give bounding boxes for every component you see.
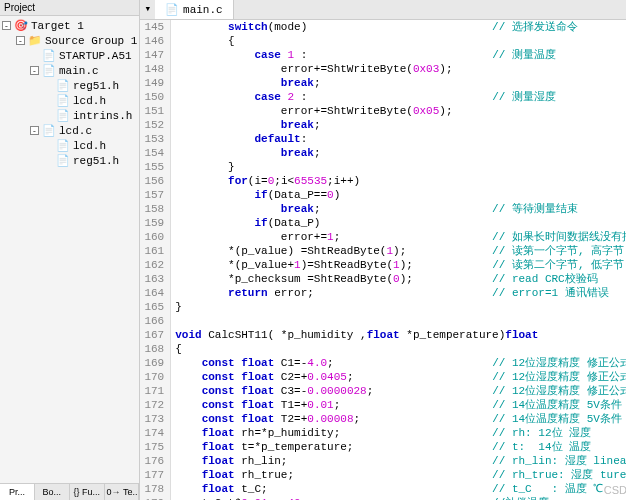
code-line[interactable]: *p_checksum =ShtReadByte(0); // read CRC…	[175, 272, 626, 286]
tree-node[interactable]: 📄lcd.h	[2, 138, 137, 153]
line-number: 161	[144, 244, 164, 258]
project-tree[interactable]: -🎯Target 1-📁Source Group 1📄STARTUP.A51-📄…	[0, 16, 139, 483]
sidebar-title: Project	[0, 0, 139, 16]
line-number: 151	[144, 104, 164, 118]
sidebar-tab[interactable]: Pr...	[0, 484, 35, 500]
tree-toggle-icon[interactable]: -	[30, 66, 39, 75]
code-line[interactable]: error+=ShtWriteByte(0x03);	[175, 62, 626, 76]
line-number: 157	[144, 188, 164, 202]
tree-node[interactable]: 📄reg51.h	[2, 78, 137, 93]
tree-label: lcd.h	[73, 95, 106, 107]
line-number: 155	[144, 160, 164, 174]
tree-node[interactable]: -📁Source Group 1	[2, 33, 137, 48]
tree-label: main.c	[59, 65, 99, 77]
line-number: 176	[144, 454, 164, 468]
line-number: 164	[144, 286, 164, 300]
file-c-icon: 📄	[42, 64, 56, 77]
line-number: 154	[144, 146, 164, 160]
line-number: 163	[144, 272, 164, 286]
line-number: 171	[144, 384, 164, 398]
line-number: 174	[144, 426, 164, 440]
code-line[interactable]: default:	[175, 132, 626, 146]
line-number: 178	[144, 482, 164, 496]
line-number: 172	[144, 398, 164, 412]
tree-label: reg51.h	[73, 155, 119, 167]
tree-node[interactable]: -🎯Target 1	[2, 18, 137, 33]
code-line[interactable]: {	[175, 342, 626, 356]
line-number: 145	[144, 20, 164, 34]
tree-node[interactable]: 📄intrins.h	[2, 108, 137, 123]
code-line[interactable]: if(Data_P)	[175, 216, 626, 230]
sidebar-tab[interactable]: {} Fu...	[70, 484, 105, 500]
code-line[interactable]	[175, 314, 626, 328]
code-line[interactable]: const float T1=+0.01; // 14位温度精度 5V条件 修正…	[175, 398, 626, 412]
file-h-icon: 📄	[56, 139, 70, 152]
editor-tab-bar: ▾ 📄 main.c	[140, 0, 626, 20]
line-number: 148	[144, 62, 164, 76]
code-line[interactable]: for(i=0;i<65535;i++)	[175, 174, 626, 188]
code-line[interactable]: float t=*p_temperature; // t: 14位 温度	[175, 440, 626, 454]
code-line[interactable]: break; // 等待测量结束	[175, 202, 626, 216]
code-line[interactable]: error+=1; // 如果长时间数据线没有拉低, 说明测量错误	[175, 230, 626, 244]
code-line[interactable]: *(p_value+1)=ShtReadByte(1); // 读第二个字节, …	[175, 258, 626, 272]
tree-toggle-icon[interactable]: -	[30, 126, 39, 135]
code-line[interactable]: case 2 : // 测量湿度	[175, 90, 626, 104]
tree-label: reg51.h	[73, 80, 119, 92]
code-line[interactable]: *(p_value) =ShtReadByte(1); // 读第一个字节, 高…	[175, 244, 626, 258]
code-line[interactable]: if(Data_P==0)	[175, 188, 626, 202]
code-line[interactable]: break;	[175, 76, 626, 90]
line-number: 173	[144, 412, 164, 426]
code-line[interactable]: float t_C; // t_C : 温度 ℃	[175, 482, 626, 496]
code-line[interactable]: return error; // error=1 通讯错误	[175, 286, 626, 300]
line-number: 167	[144, 328, 164, 342]
code-line[interactable]: const float C1=-4.0; // 12位湿度精度 修正公式	[175, 356, 626, 370]
line-number: 165	[144, 300, 164, 314]
line-number: 175	[144, 440, 164, 454]
tree-node[interactable]: -📄main.c	[2, 63, 137, 78]
code-line[interactable]: break;	[175, 146, 626, 160]
code-line[interactable]: t_C=t*0.01 - 40; //补偿温度	[175, 496, 626, 500]
code-line[interactable]: break;	[175, 118, 626, 132]
tree-label: intrins.h	[73, 110, 132, 122]
code-line[interactable]: const float T2=+0.00008; // 14位温度精度 5V条件…	[175, 412, 626, 426]
tree-node[interactable]: 📄STARTUP.A51	[2, 48, 137, 63]
tree-label: STARTUP.A51	[59, 50, 132, 62]
code-line[interactable]: float rh_true; // rh_true: 湿度 ture值	[175, 468, 626, 482]
file-h-icon: 📄	[56, 79, 70, 92]
sidebar-tab[interactable]: Bo...	[35, 484, 70, 500]
code-content[interactable]: switch(mode) // 选择发送命令 { case 1 : // 测量温…	[171, 20, 626, 500]
line-number: 149	[144, 76, 164, 90]
sidebar-tab[interactable]: 0→ Te...	[105, 484, 140, 500]
editor-tab-main-c[interactable]: 📄 main.c	[155, 0, 234, 19]
code-line[interactable]: {	[175, 34, 626, 48]
file-h-icon: 📄	[56, 94, 70, 107]
line-number: 160	[144, 230, 164, 244]
tree-toggle-icon[interactable]: -	[16, 36, 25, 45]
code-line[interactable]: error+=ShtWriteByte(0x05);	[175, 104, 626, 118]
file-a-icon: 📄	[42, 49, 56, 62]
code-line[interactable]: }	[175, 160, 626, 174]
code-line[interactable]: float rh=*p_humidity; // rh: 12位 湿度	[175, 426, 626, 440]
line-number: 147	[144, 48, 164, 62]
file-c-icon: 📄	[42, 124, 56, 137]
line-number: 158	[144, 202, 164, 216]
code-line[interactable]: float rh_lin; // rh_lin: 湿度 linear值	[175, 454, 626, 468]
line-number: 179	[144, 496, 164, 500]
editor-area: ▾ 📄 main.c 14514614714814915015115215315…	[140, 0, 626, 500]
code-line[interactable]: case 1 : // 测量温度	[175, 48, 626, 62]
code-line[interactable]: const float C3=-0.0000028; // 12位湿度精度 修正…	[175, 384, 626, 398]
code-editor[interactable]: 1451461471481491501511521531541551561571…	[140, 20, 626, 500]
tree-label: lcd.c	[59, 125, 92, 137]
line-number: 150	[144, 90, 164, 104]
tab-dropdown-icon[interactable]: ▾	[140, 0, 155, 19]
line-number-gutter: 1451461471481491501511521531541551561571…	[140, 20, 171, 500]
tree-toggle-icon[interactable]: -	[2, 21, 11, 30]
tree-node[interactable]: -📄lcd.c	[2, 123, 137, 138]
code-line[interactable]: }	[175, 300, 626, 314]
editor-tab-label: main.c	[183, 4, 223, 16]
code-line[interactable]: switch(mode) // 选择发送命令	[175, 20, 626, 34]
tree-node[interactable]: 📄reg51.h	[2, 153, 137, 168]
code-line[interactable]: void CalcSHT11( *p_humidity ,float *p_te…	[175, 328, 626, 342]
code-line[interactable]: const float C2=+0.0405; // 12位湿度精度 修正公式	[175, 370, 626, 384]
tree-node[interactable]: 📄lcd.h	[2, 93, 137, 108]
